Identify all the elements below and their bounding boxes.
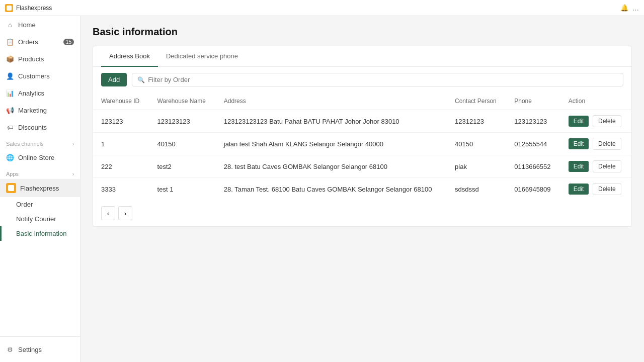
warehouse-table: Warehouse ID Warehouse Name Address Cont… xyxy=(93,93,631,200)
cell-contact-person: 40150 xyxy=(447,133,506,155)
tab-dedicated-service-phone[interactable]: Dedicated service phone xyxy=(158,46,246,67)
home-icon: ⌂ xyxy=(6,21,14,29)
sidebar-sub-order[interactable]: Order xyxy=(0,197,80,212)
sidebar-label-marketing: Marketing xyxy=(18,107,47,114)
col-header-warehouse-id: Warehouse ID xyxy=(93,93,149,110)
delete-button[interactable]: Delete xyxy=(593,138,621,150)
sidebar-item-discounts[interactable]: 🏷 Discounts xyxy=(0,119,80,136)
add-button[interactable]: Add xyxy=(101,73,127,86)
cell-contact-person: piak xyxy=(447,155,506,178)
customers-icon: 👤 xyxy=(6,72,14,80)
sidebar-settings-label: Settings xyxy=(18,346,42,353)
table-header-row: Warehouse ID Warehouse Name Address Cont… xyxy=(93,93,631,110)
sidebar-label-analytics: Analytics xyxy=(18,89,44,97)
online-store-icon: 🌐 xyxy=(6,153,14,161)
cell-action: Edit Delete xyxy=(560,110,631,133)
page-title: Basic information xyxy=(93,26,632,38)
sidebar-item-settings[interactable]: ⚙ Settings xyxy=(0,341,80,358)
sidebar-label-online-store: Online Store xyxy=(18,154,54,161)
cell-warehouse-name: test2 xyxy=(149,155,216,178)
discounts-icon: 🏷 xyxy=(6,123,14,131)
sidebar-sub-notify-courier-label: Notify Courier xyxy=(16,215,56,223)
toolbar: Add 🔍 xyxy=(93,67,631,93)
cell-phone: 0166945809 xyxy=(506,178,560,201)
app-body: ⌂ Home 📋 Orders 15 📦 Products 👤 Customer… xyxy=(0,16,644,362)
search-icon: 🔍 xyxy=(137,76,145,83)
sidebar-item-customers[interactable]: 👤 Customers xyxy=(0,67,80,84)
search-input[interactable] xyxy=(148,76,618,83)
sales-channels-label: Sales channels xyxy=(6,141,44,147)
cell-phone: 0113666552 xyxy=(506,155,560,178)
cell-warehouse-id: 3333 xyxy=(93,178,149,201)
titlebar-right: 🔔 ... xyxy=(620,4,639,13)
cell-contact-person: sdsdssd xyxy=(447,178,506,201)
next-page-button[interactable]: › xyxy=(118,206,132,220)
sidebar-item-orders[interactable]: 📋 Orders 15 xyxy=(0,33,80,50)
sidebar-app-name: Flashexpress xyxy=(20,185,59,192)
cell-address: 123123123123 Batu Pahat BATU PAHAT Johor… xyxy=(216,110,447,133)
app-logo-icon xyxy=(5,4,13,12)
delete-button[interactable]: Delete xyxy=(593,115,621,127)
sidebar-label-home: Home xyxy=(18,21,36,29)
settings-icon: ⚙ xyxy=(6,345,14,353)
cell-warehouse-id: 123123 xyxy=(93,110,149,133)
delete-button[interactable]: Delete xyxy=(593,160,621,172)
col-header-warehouse-name: Warehouse Name xyxy=(149,93,216,110)
sidebar-item-online-store[interactable]: 🌐 Online Store xyxy=(0,149,80,166)
cell-warehouse-id: 1 xyxy=(93,133,149,155)
titlebar-more-icon[interactable]: ... xyxy=(632,4,639,13)
cell-warehouse-name: 123123123 xyxy=(149,110,216,133)
cell-contact-person: 12312123 xyxy=(447,110,506,133)
apps-section: Apps › xyxy=(0,166,80,179)
flashexpress-logo-icon xyxy=(6,183,16,193)
edit-button[interactable]: Edit xyxy=(569,138,589,149)
main-content: Basic information Address Book Dedicated… xyxy=(80,16,644,362)
marketing-icon: 📢 xyxy=(6,106,14,114)
col-header-action: Action xyxy=(560,93,631,110)
pagination: ‹ › xyxy=(93,200,631,226)
sales-channels-section: Sales channels › xyxy=(0,136,80,149)
sidebar-item-analytics[interactable]: 📊 Analytics xyxy=(0,84,80,102)
sidebar-label-customers: Customers xyxy=(18,72,50,80)
sidebar-item-marketing[interactable]: 📢 Marketing xyxy=(0,102,80,119)
cell-action: Edit Delete xyxy=(560,178,631,201)
sidebar-app-flashexpress[interactable]: Flashexpress xyxy=(0,179,80,197)
orders-icon: 📋 xyxy=(6,38,14,46)
sidebar-sub-basic-information-label: Basic Information xyxy=(16,230,66,237)
edit-button[interactable]: Edit xyxy=(569,116,589,127)
sidebar-label-orders: Orders xyxy=(18,38,38,46)
cell-address: 28. Taman Test. 68100 Batu Caves GOMBAK … xyxy=(216,178,447,201)
sidebar-label-products: Products xyxy=(18,55,44,63)
sidebar: ⌂ Home 📋 Orders 15 📦 Products 👤 Customer… xyxy=(0,16,80,362)
table-row: 1 40150 jalan test Shah Alam KLANG Selan… xyxy=(93,133,631,155)
titlebar-app-name: Flashexpress xyxy=(16,5,52,12)
cell-action: Edit Delete xyxy=(560,155,631,178)
table-row: 3333 test 1 28. Taman Test. 68100 Batu C… xyxy=(93,178,631,201)
sidebar-sub-basic-information[interactable]: Basic Information xyxy=(0,226,80,241)
tabs-container: Address Book Dedicated service phone xyxy=(93,46,631,67)
sidebar-sub-order-label: Order xyxy=(16,201,33,208)
sidebar-sub-notify-courier[interactable]: Notify Courier xyxy=(0,212,80,226)
main-card: Address Book Dedicated service phone Add… xyxy=(93,46,632,227)
table-row: 222 test2 28. test Batu Caves GOMBAK Sel… xyxy=(93,155,631,178)
edit-button[interactable]: Edit xyxy=(569,184,589,195)
apps-chevron-icon[interactable]: › xyxy=(72,171,74,177)
delete-button[interactable]: Delete xyxy=(593,183,621,195)
titlebar-bell-icon[interactable]: 🔔 xyxy=(620,4,628,12)
cell-warehouse-id: 222 xyxy=(93,155,149,178)
cell-action: Edit Delete xyxy=(560,133,631,155)
orders-badge: 15 xyxy=(63,39,74,45)
cell-address: jalan test Shah Alam KLANG Selangor Sela… xyxy=(216,133,447,155)
tab-address-book[interactable]: Address Book xyxy=(101,46,158,67)
sidebar-item-products[interactable]: 📦 Products xyxy=(0,50,80,67)
edit-button[interactable]: Edit xyxy=(569,161,589,172)
prev-page-button[interactable]: ‹ xyxy=(101,206,115,220)
apps-label: Apps xyxy=(6,171,19,177)
sidebar-item-home[interactable]: ⌂ Home xyxy=(0,16,80,33)
sales-channels-chevron-icon[interactable]: › xyxy=(72,141,74,147)
cell-address: 28. test Batu Caves GOMBAK Selangor Sela… xyxy=(216,155,447,178)
analytics-icon: 📊 xyxy=(6,89,14,97)
col-header-phone: Phone xyxy=(506,93,560,110)
cell-warehouse-name: test 1 xyxy=(149,178,216,201)
table-row: 123123 123123123 123123123123 Batu Pahat… xyxy=(93,110,631,133)
